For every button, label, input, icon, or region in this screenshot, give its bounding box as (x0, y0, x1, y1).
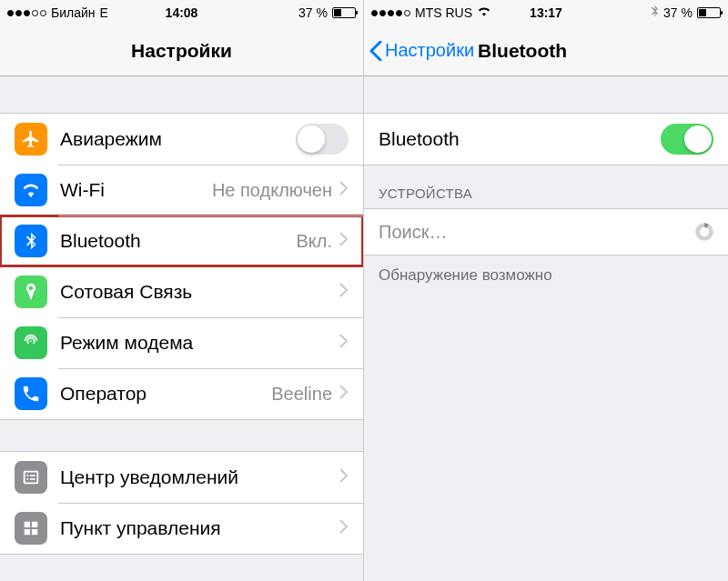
cellular-icon (15, 275, 47, 308)
wifi-icon (15, 174, 47, 206)
airplane-icon (15, 123, 47, 155)
page-title: Bluetooth (478, 40, 567, 62)
nav-bar: Настройки (0, 25, 363, 76)
devices-header: УСТРОЙСТВА (364, 165, 728, 208)
chevron-right-icon (339, 334, 349, 352)
battery-icon (697, 7, 721, 18)
row-bluetooth-toggle[interactable]: Bluetooth (364, 114, 728, 165)
row-control-center[interactable]: Пункт управления (0, 503, 363, 554)
page-title: Настройки (131, 40, 232, 62)
row-notification-center[interactable]: Центр уведомлений (0, 452, 363, 503)
chevron-right-icon (339, 519, 349, 537)
status-time: 14:08 (166, 5, 198, 20)
status-bar: MTS RUS 13:17 37 % (364, 0, 728, 25)
phone-icon (15, 377, 47, 410)
back-button[interactable]: Настройки (369, 40, 474, 61)
row-label: Оператор (60, 383, 271, 405)
searching-label: Поиск… (379, 222, 447, 243)
row-label: Wi-Fi (60, 179, 212, 201)
carrier-label: Билайн (51, 5, 96, 20)
hotspot-icon (15, 326, 47, 359)
row-carrier[interactable]: Оператор Beeline (0, 368, 363, 419)
row-bluetooth[interactable]: Bluetooth Вкл. (0, 215, 363, 266)
wifi-status-icon (477, 5, 491, 20)
chevron-right-icon (339, 181, 349, 199)
chevron-right-icon (339, 468, 349, 486)
row-label: Авиарежим (60, 128, 296, 150)
bluetooth-icon (15, 225, 47, 257)
battery-percent: 37 % (663, 5, 693, 20)
chevron-right-icon (339, 232, 349, 250)
signal-strength-icon (371, 10, 410, 16)
row-value: Beeline (271, 384, 332, 405)
spinner-icon (695, 223, 713, 241)
searching-row: Поиск… (364, 208, 728, 255)
status-bar: Билайн E 14:08 37 % (0, 0, 363, 25)
carrier-label: MTS RUS (415, 5, 472, 20)
chevron-right-icon (339, 283, 349, 301)
chevron-right-icon (339, 385, 349, 403)
control-center-icon (15, 512, 47, 545)
row-label: Режим модема (60, 332, 339, 354)
battery-icon (332, 7, 356, 18)
settings-screen: Билайн E 14:08 37 % Настройки Авиарежим … (0, 0, 364, 581)
airplane-toggle[interactable] (296, 124, 349, 155)
row-value: Не подключен (212, 180, 332, 201)
row-wifi[interactable]: Wi-Fi Не подключен (0, 165, 363, 215)
back-label: Настройки (385, 40, 474, 61)
discoverable-text: Обнаружение возможно (364, 255, 728, 296)
row-label: Bluetooth (60, 230, 296, 252)
bluetooth-toggle-section: Bluetooth (364, 113, 728, 165)
notification-center-icon (15, 461, 47, 494)
settings-group-system: Центр уведомлений Пункт управления (0, 451, 363, 555)
network-type: E (100, 5, 108, 20)
row-airplane-mode[interactable]: Авиарежим (0, 114, 363, 165)
row-label: Центр уведомлений (60, 466, 339, 488)
row-label: Пункт управления (60, 517, 339, 539)
row-hotspot[interactable]: Режим модема (0, 317, 363, 368)
nav-bar: Настройки Bluetooth (364, 25, 728, 76)
bluetooth-toggle[interactable] (661, 124, 713, 155)
bluetooth-screen: MTS RUS 13:17 37 % Настройки Bluetooth B… (364, 0, 728, 581)
row-value: Вкл. (296, 231, 332, 252)
status-time: 13:17 (530, 5, 562, 20)
battery-percent: 37 % (298, 5, 328, 20)
row-label: Сотовая Связь (60, 281, 339, 303)
bluetooth-status-icon (651, 5, 659, 21)
row-label: Bluetooth (379, 128, 661, 150)
signal-strength-icon (7, 10, 46, 16)
settings-group-connectivity: Авиарежим Wi-Fi Не подключен Bluetooth В… (0, 113, 363, 420)
row-cellular[interactable]: Сотовая Связь (0, 266, 363, 317)
